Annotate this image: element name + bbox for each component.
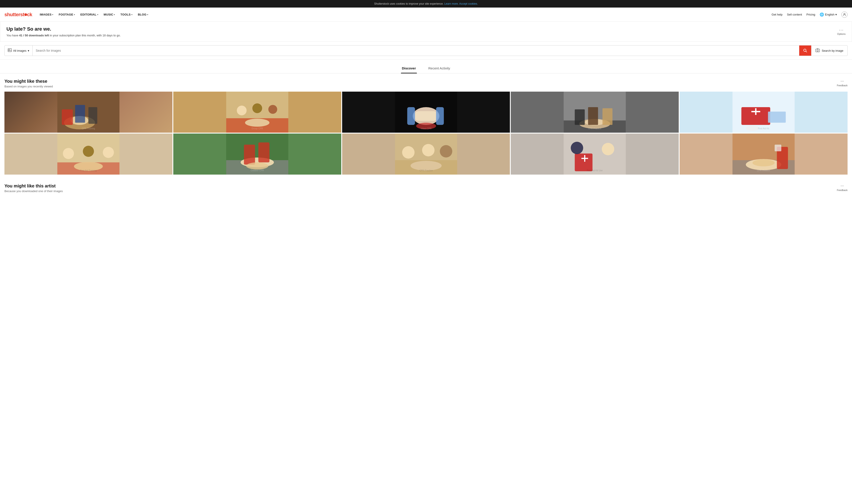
get-help-link[interactable]: Get help [772,13,782,16]
svg-point-16 [245,119,269,127]
svg-rect-66 [575,154,593,171]
chevron-down-icon: ▾ [131,14,132,16]
image-thumb-6[interactable]: First Aid Training [4,133,173,175]
section1-subtitle: Based on images you recently viewed [4,85,53,88]
search-by-image-button[interactable]: Search by image [811,46,847,56]
image-thumb-8[interactable]: CPR Practice [342,133,510,175]
learn-more-link[interactable]: Learn more. [444,2,459,5]
svg-point-56 [246,162,268,169]
svg-text:CPR Training: CPR Training [82,127,95,130]
globe-icon: 🌐 [820,13,824,17]
nav-blog[interactable]: BLOG ▾ [135,12,150,18]
image-thumb-4[interactable]: CPR Practice [511,92,679,133]
feedback-label: Feedback [837,189,848,192]
svg-rect-65 [564,133,626,175]
main-content: You might like these Based on images you… [0,73,852,202]
logo[interactable]: shutterstck [4,12,32,18]
search-category-dropdown[interactable]: All images ▾ [5,46,33,56]
promo-banner: Up late? So are we. You have 41 / 50 dow… [0,22,852,42]
cookie-banner: Shutterstock uses cookies to improve you… [0,0,852,7]
category-label: All images [13,49,26,52]
section2-feedback-button[interactable]: ··· Feedback [837,183,848,192]
svg-rect-41 [768,112,786,123]
options-button[interactable]: ··· Options [837,28,846,35]
chevron-down-icon: ▾ [147,14,148,16]
image-icon [8,48,12,53]
svg-rect-33 [588,107,598,125]
search-input[interactable] [33,49,799,52]
image-thumb-1[interactable]: CPR Training [4,92,173,133]
search-bar: All images ▾ Search by image [4,45,848,56]
nav-tools[interactable]: TOOLS ▾ [118,12,135,18]
search-button[interactable] [799,46,811,56]
image-thumb-3[interactable]: Infant CPR [342,92,510,133]
chevron-down-icon: ▾ [74,14,75,16]
accept-cookies-link[interactable]: Accept cookies. [459,2,478,5]
svg-rect-23 [414,111,438,121]
nav-music[interactable]: MUSIC ▾ [102,12,117,18]
feedback-label: Feedback [837,84,848,87]
svg-line-4 [806,51,807,52]
svg-rect-55 [258,142,269,162]
nav-images[interactable]: IMAGES ▾ [37,12,55,18]
svg-point-19 [268,105,277,114]
pricing-link[interactable]: Pricing [806,13,815,16]
svg-point-18 [252,103,262,113]
svg-text:CPR Practice: CPR Practice [588,127,601,130]
svg-rect-32 [575,109,585,125]
svg-text:First Aid Training: First Aid Training [80,169,96,172]
cookie-text: Shutterstock uses cookies to improve you… [374,2,443,5]
svg-rect-1 [8,49,12,52]
section1-title: You might like these [4,79,53,84]
svg-rect-34 [603,108,613,125]
tab-recent-activity[interactable]: Recent Activity [428,64,451,73]
chevron-down-icon: ▾ [52,14,53,16]
feedback-dots-icon: ··· [840,79,844,84]
options-dots-icon: ··· [839,28,844,32]
promo-description: You have 41 / 50 downloads left in your … [6,34,121,37]
svg-point-0 [844,13,845,15]
svg-rect-10 [62,109,73,125]
svg-point-42 [746,126,759,131]
search-section: All images ▾ Search by image [0,42,852,60]
svg-rect-11 [75,105,85,123]
chevron-down-icon: ▾ [114,14,115,16]
nav-editorial[interactable]: EDITORIAL ▾ [78,12,101,18]
chevron-down-icon: ▾ [835,13,837,16]
user-account-button[interactable] [841,12,848,18]
tab-discover[interactable]: Discover [401,64,417,73]
sell-content-link[interactable]: Sell content [787,13,802,16]
svg-point-17 [237,106,247,115]
section2-subtitle: Because you downloaded one of their imag… [4,190,63,193]
language-label: English [825,13,834,16]
section2-header: You might like this artist Because you d… [4,182,848,193]
image-thumb-2[interactable]: Group CPR [173,92,341,133]
promo-title: Up late? So are we. [6,26,121,32]
image-thumb-5[interactable]: First Aid Kit [679,92,848,133]
section1-text: You might like these Based on images you… [4,79,53,88]
image-thumb-9[interactable]: First Aid Kit Use [511,133,679,175]
svg-rect-25 [436,107,444,125]
options-label: Options [837,33,846,35]
section1-feedback-button[interactable]: ··· Feedback [837,79,848,87]
svg-text:Infant CPR: Infant CPR [421,127,432,130]
header-right: Get help Sell content Pricing 🌐 English … [772,12,848,18]
nav-footage[interactable]: FOOTAGE ▾ [57,12,77,18]
svg-rect-54 [244,145,255,165]
search-by-image-label: Search by image [821,49,844,52]
svg-text:Outdoor CPR: Outdoor CPR [251,169,264,172]
section2-text: You might like this artist Because you d… [4,183,63,193]
svg-point-62 [440,145,452,158]
feedback-dots-icon: ··· [840,183,844,188]
svg-point-75 [753,159,775,166]
language-selector[interactable]: 🌐 English ▾ [820,13,837,17]
camera-icon [815,48,820,53]
header: shutterstck IMAGES ▾ FOOTAGE ▾ EDITORIAL… [0,7,852,22]
svg-rect-12 [88,107,97,124]
image-thumb-10[interactable]: CPR Outdoor [679,133,848,175]
chevron-down-icon: ▾ [28,49,29,52]
svg-point-47 [83,146,94,157]
image-grid-row2: First Aid Training Outdoor CPR [4,133,848,175]
image-thumb-7[interactable]: Outdoor CPR [173,133,341,175]
svg-text:CPR Practice: CPR Practice [419,169,433,172]
